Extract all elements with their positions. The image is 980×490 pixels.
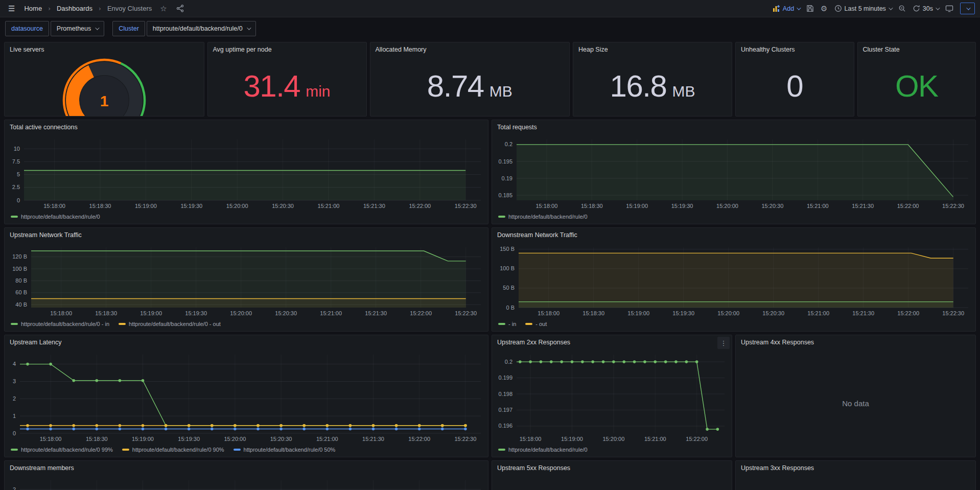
add-button[interactable]: Add xyxy=(773,5,800,12)
series-point xyxy=(119,428,122,431)
series-point xyxy=(706,428,709,431)
legend-item[interactable]: httproute/default/backend/rule/0 - out xyxy=(119,321,221,327)
panel-upstream-5xx-responses: Upstream 5xx Responses xyxy=(492,460,732,490)
panel-title[interactable]: Upstream 3xx Responses xyxy=(736,461,975,475)
series-point xyxy=(395,424,398,427)
tv-mode-button[interactable] xyxy=(945,5,953,12)
downstream-members-chart[interactable]: 15:18:0015:18:3015:19:0015:19:3015:20:00… xyxy=(5,475,488,490)
panel-title[interactable]: Total requests xyxy=(492,120,975,134)
share-icon[interactable] xyxy=(174,5,186,12)
svg-text:15:22:00: 15:22:00 xyxy=(408,436,430,442)
panel-title[interactable]: Upstream Latency xyxy=(5,335,488,349)
panel-title[interactable]: Downstream members xyxy=(5,461,488,475)
series-area xyxy=(519,302,953,308)
timeseries-plot[interactable]: 15:18:0015:19:0015:20:0015:21:0015:22:00… xyxy=(492,349,732,445)
upstream-2xx-chart[interactable]: 15:18:0015:19:0015:20:0015:21:0015:22:00… xyxy=(492,349,732,445)
series-point xyxy=(685,360,688,363)
breadcrumb-dashboards[interactable]: Dashboards xyxy=(56,5,94,12)
dashboard-grid: Live servers 1 Avg uptime per node 31.4 … xyxy=(0,38,980,490)
panel-title[interactable]: Upstream Network Traffic xyxy=(5,228,488,242)
timeseries-plot[interactable]: 15:18:0015:18:3015:19:0015:19:3015:20:00… xyxy=(5,242,488,319)
stat-number: 0 xyxy=(786,71,803,102)
svg-text:0 B: 0 B xyxy=(506,305,515,311)
panel-allocated-memory: Allocated Memory 8.74 MB xyxy=(370,42,570,116)
panel-title[interactable]: Upstream 4xx Responses xyxy=(736,335,975,349)
svg-text:15:19:00: 15:19:00 xyxy=(626,203,648,209)
timeseries-plot[interactable]: 15:18:0015:18:3015:19:0015:19:3015:20:00… xyxy=(492,134,975,212)
svg-text:15:19:00: 15:19:00 xyxy=(135,203,157,209)
panel-title[interactable]: Upstream 5xx Responses xyxy=(492,461,732,475)
svg-text:15:20:00: 15:20:00 xyxy=(226,203,248,209)
svg-text:15:22:00: 15:22:00 xyxy=(686,436,708,442)
svg-text:100 B: 100 B xyxy=(12,266,27,272)
svg-text:15:21:00: 15:21:00 xyxy=(807,310,829,316)
total-active-connections-chart[interactable]: 15:18:0015:18:3015:19:0015:19:3015:20:00… xyxy=(5,134,488,212)
variable-cluster-select[interactable]: httproute/default/backend/rule/0 xyxy=(147,21,256,36)
upstream-latency-chart[interactable]: 15:18:0015:18:3015:19:0015:19:3015:20:00… xyxy=(5,349,488,445)
menu-toggle-icon[interactable]: ☰ xyxy=(5,3,18,14)
panel-avg-uptime: Avg uptime per node 31.4 min xyxy=(207,42,367,116)
legend-item[interactable]: - in xyxy=(498,321,516,327)
collapse-topbar-button[interactable] xyxy=(960,3,975,14)
svg-text:15:19:30: 15:19:30 xyxy=(672,310,694,316)
legend-item[interactable]: httproute/default/backend/rule/0 xyxy=(498,214,588,220)
save-icon xyxy=(806,5,814,12)
svg-text:15:22:30: 15:22:30 xyxy=(455,310,477,316)
live-servers-gauge[interactable]: 1 xyxy=(5,57,204,116)
svg-text:100 B: 100 B xyxy=(500,265,515,271)
panel-title[interactable]: Upstream 2xx Responses xyxy=(492,335,732,349)
panel-downstream-network-traffic: Downstream Network Traffic 15:18:0015:18… xyxy=(492,227,976,332)
series-point xyxy=(211,424,214,427)
timeseries-plot[interactable]: 15:18:0015:18:3015:19:0015:19:3015:20:00… xyxy=(492,242,975,319)
panel-total-requests: Total requests 15:18:0015:18:3015:19:001… xyxy=(492,120,976,224)
panel-upstream-4xx-responses: Upstream 4xx Responses No data xyxy=(735,335,976,457)
legend-item[interactable]: httproute/default/backend/rule/0 99% xyxy=(11,447,113,453)
legend-item[interactable]: httproute/default/backend/rule/0 xyxy=(11,214,100,220)
series-point xyxy=(142,424,145,427)
star-icon[interactable]: ☆ xyxy=(158,4,169,13)
upstream-network-traffic-chart[interactable]: 15:18:0015:18:3015:19:0015:19:3015:20:00… xyxy=(5,242,488,319)
svg-text:15:20:30: 15:20:30 xyxy=(270,436,292,442)
svg-text:10: 10 xyxy=(14,146,20,152)
panel-menu-icon[interactable]: ⋮ xyxy=(717,337,730,349)
svg-text:15:21:30: 15:21:30 xyxy=(363,203,385,209)
refresh-button[interactable]: 30s xyxy=(913,5,939,12)
save-dashboard-button[interactable] xyxy=(806,5,814,12)
chevron-down-icon xyxy=(966,6,970,10)
panel-title[interactable]: Unhealthy Clusters xyxy=(736,42,854,57)
timeseries-plot[interactable]: 15:18:0015:18:3015:19:0015:19:3015:20:00… xyxy=(5,475,488,490)
breadcrumb-home[interactable]: Home xyxy=(23,5,43,12)
svg-text:15:20:30: 15:20:30 xyxy=(761,203,783,209)
time-range-picker[interactable]: Last 5 minutes xyxy=(834,5,892,12)
panel-title[interactable]: Avg uptime per node xyxy=(208,42,366,57)
legend-item[interactable]: - out xyxy=(525,321,547,327)
variable-datasource-select[interactable]: Prometheus xyxy=(51,21,104,36)
panel-title[interactable]: Live servers xyxy=(5,42,204,57)
zoom-out-button[interactable] xyxy=(898,5,906,12)
svg-text:15:19:00: 15:19:00 xyxy=(132,436,154,442)
legend-item[interactable]: httproute/default/backend/rule/0 50% xyxy=(234,447,336,453)
svg-text:3: 3 xyxy=(13,378,16,384)
legend-item[interactable]: httproute/default/backend/rule/0 xyxy=(498,447,588,453)
variable-cluster: Cluster httproute/default/backend/rule/0 xyxy=(112,21,255,36)
legend-series-swatch xyxy=(498,323,505,325)
legend-item[interactable]: httproute/default/backend/rule/0 90% xyxy=(122,447,224,453)
series-point xyxy=(349,428,352,431)
series-point xyxy=(612,360,615,363)
legend-item[interactable]: httproute/default/backend/rule/0 - in xyxy=(11,321,109,327)
panel-title[interactable]: Heap Size xyxy=(573,42,732,57)
settings-icon[interactable]: ⚙ xyxy=(821,4,827,13)
upstream-3xx-chart[interactable] xyxy=(736,475,975,490)
panel-title[interactable]: Downstream Network Traffic xyxy=(492,228,975,242)
panel-title[interactable]: Total active connections xyxy=(5,120,488,134)
timeseries-plot[interactable]: 15:18:0015:18:3015:19:0015:19:3015:20:00… xyxy=(5,134,488,212)
upstream-5xx-chart[interactable] xyxy=(492,475,732,490)
svg-text:15:21:30: 15:21:30 xyxy=(852,310,874,316)
svg-text:50 B: 50 B xyxy=(503,285,515,291)
total-requests-chart[interactable]: 15:18:0015:18:3015:19:0015:19:3015:20:00… xyxy=(492,134,975,212)
timeseries-plot[interactable]: 15:18:0015:18:3015:19:0015:19:3015:20:00… xyxy=(5,349,488,445)
panel-title[interactable]: Allocated Memory xyxy=(370,42,570,57)
downstream-network-traffic-chart[interactable]: 15:18:0015:18:3015:19:0015:19:3015:20:00… xyxy=(492,242,975,319)
panel-title[interactable]: Cluster State xyxy=(858,42,976,57)
gauge-value: 1 xyxy=(100,92,109,109)
